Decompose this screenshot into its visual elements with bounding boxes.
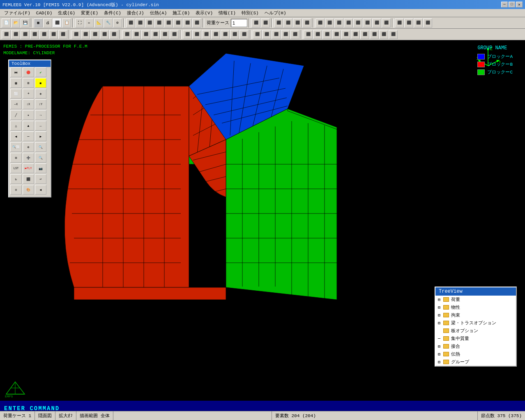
tool-arrow[interactable]: → [35, 110, 46, 120]
menu-item[interactable]: ファイル(F) [2, 9, 33, 17]
menu-item[interactable]: 伝熱(A) [147, 9, 170, 17]
tree-expand-icon[interactable]: ⊞ [438, 344, 442, 349]
menu-item[interactable]: 変更(E) [78, 9, 101, 17]
tool-move[interactable]: ✥ [35, 89, 46, 99]
tool-select-box[interactable]: ⬜ [10, 89, 22, 99]
tb2-btn38[interactable]: ⬛ [370, 30, 379, 39]
tool-cursor[interactable]: ⌖ [23, 89, 34, 99]
load-case-input[interactable] [231, 19, 247, 27]
tb-btn16[interactable]: ⬛ [183, 18, 192, 28]
menu-item[interactable]: 特別(S) [239, 9, 261, 17]
tb-btn29[interactable]: ⬛ [363, 18, 372, 28]
tool-back[interactable]: ◄ [35, 185, 46, 195]
tb-btn1[interactable]: ▦ [34, 18, 43, 28]
tb-btn19[interactable]: ⬛ [261, 18, 270, 28]
tb-btn23[interactable]: ⬛ [302, 18, 311, 28]
tb-btn3[interactable]: ⬛ [53, 18, 62, 28]
tool-gear[interactable]: ⚙ [10, 153, 22, 163]
tb-btn34[interactable]: ⬛ [414, 18, 423, 28]
tool-tri2[interactable]: ▲ [23, 121, 34, 131]
tb-btn14[interactable]: ⬛ [164, 18, 173, 28]
tool-prev2[interactable]: ◀ [10, 131, 22, 141]
tb-btn6[interactable]: ✏ [85, 18, 94, 28]
tb-btn25[interactable]: ⬛ [325, 18, 334, 28]
close-button[interactable]: ✕ [516, 2, 523, 7]
tb-btn28[interactable]: ⬛ [353, 18, 362, 28]
tool-ax-x[interactable]: ↔X [10, 99, 22, 109]
tool-palette[interactable]: 🎨 [23, 185, 34, 195]
tb-new[interactable]: 📄 [2, 18, 11, 28]
tree-expand-icon[interactable]: ⊞ [438, 352, 442, 356]
tb-save[interactable]: 💾 [21, 18, 30, 28]
tool-zoom-box[interactable]: 🔍⬜ [10, 142, 22, 152]
tb-btn30[interactable]: ⬛ [372, 18, 381, 28]
menu-item[interactable]: ヘルプ(H) [262, 9, 289, 17]
tb-open[interactable]: 📂 [11, 18, 20, 28]
menu-item[interactable]: 情報(I) [216, 9, 238, 17]
tree-expand-icon[interactable]: ⊞ [438, 297, 442, 302]
tb-btn26[interactable]: ⬛ [334, 18, 343, 28]
menu-item[interactable]: 表示(V) [193, 9, 215, 17]
tool-origin[interactable]: ⊙ [10, 185, 22, 195]
tool-target[interactable]: ⊕ [23, 142, 34, 152]
tb2-btn37[interactable]: ⬛ [360, 30, 369, 39]
tb2-btn4[interactable]: ⬛ [30, 30, 39, 39]
tool-search[interactable]: 🔍 [35, 142, 46, 152]
tb-btn32[interactable]: ⬛ [395, 18, 404, 28]
tool-move2[interactable]: ✦ [23, 110, 34, 120]
tree-expand-icon[interactable]: ⊞ [438, 321, 442, 325]
tool-prev[interactable]: ⏮ [10, 67, 22, 77]
tool-grid1[interactable]: ▦ [10, 78, 22, 88]
tool-grid2[interactable]: ⊞ [23, 78, 34, 88]
tool-plus[interactable]: ➕ [23, 153, 34, 163]
tree-expand-icon[interactable]: ⊞ [438, 360, 442, 364]
tree-expand-icon[interactable]: ⊞ [438, 313, 442, 317]
menu-item[interactable]: 施工(B) [170, 9, 192, 17]
tb-btn4[interactable]: 📋 [62, 18, 71, 28]
tb-btn35[interactable]: ⬛ [423, 18, 432, 28]
tree-item[interactable]: ─集中質量 [435, 335, 516, 342]
menu-item[interactable]: 条件(C) [101, 9, 124, 17]
tool-check[interactable]: ✔ [35, 67, 46, 77]
tb2-btn40[interactable]: ⬛ [389, 30, 398, 39]
tb-btn31[interactable]: ⬛ [382, 18, 391, 28]
tb-btn13[interactable]: ⬛ [154, 18, 163, 28]
tree-item[interactable]: ⊞梁・トラスオプション [435, 319, 516, 327]
tb-btn8[interactable]: 🔧 [104, 18, 113, 28]
tool-cam[interactable]: 📷 [35, 163, 46, 173]
tool-ax-y[interactable]: ↕Y [35, 99, 46, 109]
tool-yellow[interactable]: ■ [35, 78, 46, 88]
tb-btn5[interactable]: ⛶ [75, 18, 84, 28]
tb-btn18[interactable]: ⬛ [251, 18, 260, 28]
tree-item[interactable]: ⊞荷重 [435, 296, 516, 303]
tb-btn2[interactable]: 🖨 [43, 18, 52, 28]
tool-undo[interactable]: ↩ [35, 174, 46, 184]
tool-list[interactable]: LST [10, 163, 22, 173]
tb2-btn1[interactable]: ⬛ [2, 30, 11, 39]
tb2-btn2[interactable]: ⬛ [11, 30, 20, 39]
tool-rotate[interactable]: ↻ [10, 174, 22, 184]
tree-expand-icon[interactable]: ─ [438, 336, 442, 341]
tb2-btn5[interactable]: ⬛ [39, 30, 48, 39]
tool-zoom2[interactable]: 🔍 [35, 153, 46, 163]
tool-play[interactable]: ▶PLY [23, 163, 34, 173]
tb-btn12[interactable]: ⬛ [145, 18, 154, 28]
tb2-btn39[interactable]: ⬛ [379, 30, 388, 39]
tb-btn27[interactable]: ⬛ [344, 18, 353, 28]
minimize-button[interactable]: ─ [501, 2, 508, 7]
tb-btn20[interactable]: ⬛ [274, 18, 283, 28]
menu-item[interactable]: 接合(J) [124, 9, 147, 17]
tool-next[interactable]: ▶ [35, 131, 46, 141]
tree-item[interactable]: 板オプション [435, 327, 516, 335]
tree-item[interactable]: ⊞接合 [435, 342, 516, 350]
tb-btn15[interactable]: ⬛ [173, 18, 182, 28]
tool-ax-x2[interactable]: ↕X [23, 99, 34, 109]
tool-dash[interactable]: — [35, 121, 46, 131]
tb-btn17[interactable]: ⬛ [192, 18, 201, 28]
tree-expand-icon[interactable]: ⊞ [438, 305, 442, 310]
tb-btn21[interactable]: ⬛ [283, 18, 292, 28]
tree-item[interactable]: ⊞物性 [435, 303, 516, 311]
tb-btn10[interactable]: ⬛ [126, 18, 135, 28]
tool-rec[interactable]: 🔴 [23, 67, 34, 77]
menu-item[interactable]: 生成(G) [55, 9, 78, 17]
